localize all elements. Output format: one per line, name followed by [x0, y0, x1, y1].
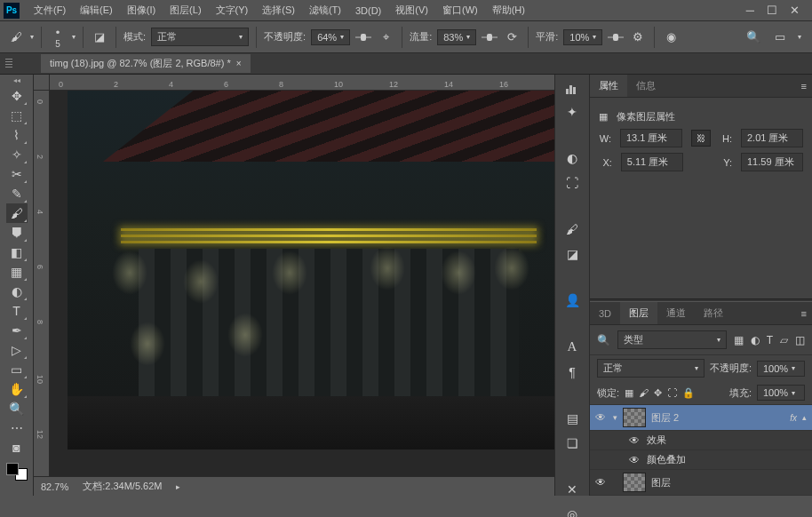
- dock-layers-icon[interactable]: ❏: [562, 436, 582, 450]
- zoom-tool[interactable]: 🔍: [6, 399, 28, 418]
- pressure-size-icon[interactable]: ◉: [662, 28, 680, 46]
- eraser-tool[interactable]: ◧: [6, 243, 28, 262]
- menu-file[interactable]: 文件(F): [27, 4, 73, 17]
- flow-slider-icon[interactable]: [482, 33, 498, 42]
- lock-paint-icon[interactable]: 🖌: [639, 387, 649, 398]
- visibility-icon[interactable]: 👁: [595, 476, 608, 489]
- fx-badge[interactable]: fx: [790, 413, 797, 423]
- layer-name[interactable]: 图层: [651, 476, 671, 489]
- current-tool-icon[interactable]: 🖌: [7, 28, 25, 46]
- fill-input[interactable]: 100%▾: [757, 385, 805, 401]
- hand-tool[interactable]: ✋: [6, 379, 28, 399]
- menu-type[interactable]: 文字(Y): [209, 4, 256, 17]
- opacity-slider-icon[interactable]: [355, 33, 371, 42]
- ruler-horizontal[interactable]: 0 2 4 6 8 10 12 14 16: [50, 75, 554, 91]
- airbrush-icon[interactable]: ⟳: [503, 28, 521, 46]
- visibility-icon[interactable]: 👁: [629, 454, 641, 466]
- move-tool[interactable]: ✥: [6, 86, 28, 106]
- menu-help[interactable]: 帮助(H): [485, 4, 532, 17]
- filter-type-icon[interactable]: T: [767, 334, 773, 346]
- menu-window[interactable]: 窗口(W): [435, 4, 485, 17]
- dodge-tool[interactable]: ◐: [6, 282, 28, 301]
- pressure-opacity-icon[interactable]: ⌖: [377, 28, 394, 46]
- panel-menu-icon[interactable]: ≡: [801, 81, 807, 91]
- tab-drag-handle[interactable]: [5, 59, 12, 69]
- doc-size[interactable]: 文档:2.34M/5.62M: [83, 480, 162, 493]
- brush-panel-icon[interactable]: ◪: [91, 28, 108, 46]
- layer-row[interactable]: 👁 ▾ 图层 2 fx ▴: [590, 405, 812, 431]
- menu-image[interactable]: 图像(I): [120, 4, 163, 17]
- y-input[interactable]: 11.59 厘米: [741, 153, 803, 171]
- canvas[interactable]: [50, 91, 554, 476]
- lasso-tool[interactable]: ⌇: [6, 125, 28, 145]
- dock-tools-icon[interactable]: ✕: [562, 482, 582, 497]
- lock-trans-icon[interactable]: ▦: [625, 387, 633, 399]
- layer-thumbnail[interactable]: [623, 408, 646, 427]
- filter-adjust-icon[interactable]: ◐: [751, 334, 760, 346]
- smoothing-gear-icon[interactable]: ⚙: [629, 28, 647, 46]
- flow-input[interactable]: 83%▾: [437, 29, 476, 45]
- dock-libraries-icon[interactable]: ▤: [562, 411, 582, 426]
- workspace-icon[interactable]: ▭: [771, 28, 789, 46]
- dock-history-icon[interactable]: [562, 82, 582, 94]
- maximize-button[interactable]: ☐: [767, 4, 777, 17]
- dock-brush-icon[interactable]: 🖌: [562, 222, 582, 236]
- ruler-vertical[interactable]: 0 2 4 6 8 10 12: [34, 91, 50, 476]
- dock-character-icon[interactable]: 👤: [562, 293, 582, 307]
- layer-effects-row[interactable]: 👁 效果: [590, 431, 812, 450]
- shape-tool[interactable]: ▭: [6, 360, 28, 379]
- dock-cc-icon[interactable]: ◎: [562, 507, 582, 517]
- visibility-icon[interactable]: 👁: [595, 411, 608, 424]
- dock-adjust-icon[interactable]: ◐: [562, 151, 582, 165]
- filter-search-icon[interactable]: 🔍: [597, 334, 610, 346]
- link-wh-icon[interactable]: ⛓: [691, 130, 711, 147]
- tab-properties[interactable]: 属性: [590, 75, 627, 97]
- dock-brushes-icon[interactable]: ◪: [562, 247, 582, 261]
- h-input[interactable]: 2.01 厘米: [741, 129, 803, 147]
- type-tool[interactable]: T: [6, 301, 28, 321]
- tab-info[interactable]: 信息: [627, 75, 665, 97]
- ruler-origin[interactable]: [34, 75, 50, 91]
- tab-close-icon[interactable]: ×: [236, 59, 242, 68]
- menu-view[interactable]: 视图(V): [388, 4, 435, 17]
- pen-tool[interactable]: ✒: [6, 321, 28, 340]
- menu-filter[interactable]: 滤镜(T): [302, 4, 348, 17]
- quick-select-tool[interactable]: ✧: [6, 145, 28, 164]
- menu-layer[interactable]: 图层(L): [163, 4, 208, 17]
- color-swatch[interactable]: [4, 461, 29, 482]
- smoothing-input[interactable]: 10%▾: [563, 29, 602, 45]
- quickmask-tool[interactable]: ◙: [6, 438, 28, 457]
- dock-navigator-icon[interactable]: ✦: [562, 105, 582, 119]
- visibility-icon[interactable]: 👁: [629, 434, 641, 447]
- dock-paragraph-icon[interactable]: ¶: [562, 365, 582, 379]
- layer-opacity-input[interactable]: 100%▾: [757, 361, 805, 377]
- menu-edit[interactable]: 编辑(E): [73, 4, 120, 17]
- tab-paths[interactable]: 路径: [695, 302, 732, 324]
- close-button[interactable]: ✕: [790, 4, 800, 17]
- toolbox-collapse[interactable]: ◂◂: [13, 76, 20, 84]
- menu-3d[interactable]: 3D(D): [348, 5, 388, 16]
- document-tab[interactable]: timg (18).jpg @ 82.7% (图层 2, RGB/8#) *×: [41, 54, 251, 73]
- w-input[interactable]: 13.1 厘米: [620, 129, 682, 147]
- tab-layers[interactable]: 图层: [620, 302, 657, 324]
- fx-toggle-icon[interactable]: ▴: [802, 413, 807, 422]
- lock-all-icon[interactable]: 🔒: [682, 387, 695, 399]
- zoom-level[interactable]: 82.7%: [41, 481, 68, 492]
- expand-icon[interactable]: ▾: [613, 413, 617, 422]
- smoothing-slider-icon[interactable]: [608, 33, 624, 42]
- x-input[interactable]: 5.11 厘米: [621, 153, 683, 171]
- brush-preview[interactable]: •5: [49, 28, 67, 46]
- minimize-button[interactable]: ─: [746, 4, 754, 17]
- lock-nest-icon[interactable]: ⛶: [667, 387, 677, 398]
- eyedropper-tool[interactable]: ✎: [6, 184, 28, 203]
- tab-3d[interactable]: 3D: [590, 304, 620, 323]
- stamp-tool[interactable]: ⛊: [6, 223, 28, 243]
- layer-thumbnail[interactable]: [623, 473, 646, 492]
- layers-menu-icon[interactable]: ≡: [801, 308, 807, 319]
- search-icon[interactable]: 🔍: [744, 28, 762, 46]
- brush-tool[interactable]: 🖌: [6, 203, 28, 223]
- dock-type-icon[interactable]: A: [562, 339, 582, 354]
- opacity-input[interactable]: 64%▾: [311, 29, 350, 45]
- marquee-tool[interactable]: ⬚: [6, 106, 28, 125]
- path-select-tool[interactable]: ▷: [6, 340, 28, 360]
